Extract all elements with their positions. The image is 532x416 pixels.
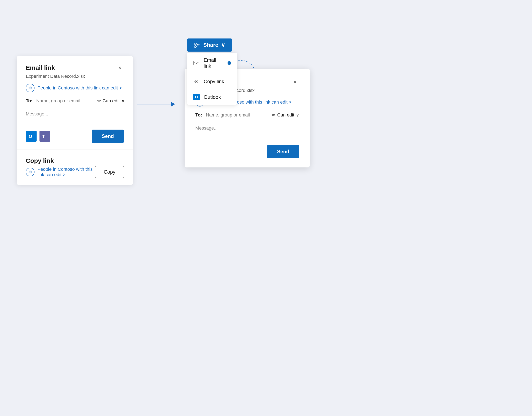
share-button[interactable]: Share ∨ bbox=[187, 39, 232, 52]
can-edit-dropdown[interactable]: ✏ Can edit ∨ bbox=[97, 98, 125, 104]
pencil-icon: ✏ bbox=[97, 98, 101, 104]
dropdown-copy-icon bbox=[193, 78, 200, 85]
can-edit-label: Can edit bbox=[103, 98, 120, 104]
flow-arrow bbox=[137, 98, 179, 110]
dropdown-email-label: Email link bbox=[204, 57, 224, 69]
arrow-line bbox=[137, 104, 175, 104]
svg-point-11 bbox=[194, 46, 196, 48]
to-input[interactable] bbox=[36, 98, 94, 104]
app-icons: O T bbox=[26, 131, 50, 142]
share-chevron-icon: ∨ bbox=[221, 42, 225, 48]
share-area: Share ∨ Email link Copy li bbox=[187, 39, 232, 52]
dropdown-item-copy[interactable]: Copy link bbox=[187, 73, 237, 90]
right-to-input[interactable] bbox=[206, 112, 268, 118]
email-link-title-row: Email link × bbox=[26, 64, 124, 72]
share-dropdown: Email link Copy link O Outlook bbox=[187, 53, 237, 105]
svg-line-12 bbox=[196, 44, 198, 45]
outlook-app-icon[interactable]: O bbox=[26, 131, 37, 142]
right-chevron-icon: ∨ bbox=[296, 112, 299, 118]
svg-text:T: T bbox=[42, 134, 45, 139]
right-pencil-icon: ✏ bbox=[272, 112, 276, 118]
outlook-icon-svg: O bbox=[28, 132, 35, 140]
copy-button[interactable]: Copy bbox=[95, 166, 124, 178]
copy-link-access-icon bbox=[26, 168, 35, 176]
left-link-info-row: People in Contoso with this link can edi… bbox=[26, 84, 124, 92]
right-to-row: To: ✏ Can edit ∨ bbox=[195, 112, 299, 121]
share-button-label: Share bbox=[203, 42, 218, 48]
copy-link-info-text[interactable]: People in Contoso with this link can edi… bbox=[38, 167, 95, 178]
right-message-area[interactable]: Message... bbox=[195, 125, 299, 139]
chevron-down-icon: ∨ bbox=[121, 98, 125, 104]
dropdown-copy-label: Copy link bbox=[204, 79, 224, 84]
right-can-edit-dropdown[interactable]: ✏ Can edit ∨ bbox=[272, 112, 299, 118]
left-close-button[interactable]: × bbox=[115, 64, 124, 72]
right-close-button[interactable]: × bbox=[291, 78, 299, 86]
share-icon bbox=[194, 43, 200, 48]
left-link-info-text[interactable]: People in Contoso with this link can edi… bbox=[38, 85, 122, 91]
dropdown-outlook-label: Outlook bbox=[204, 94, 221, 100]
message-area[interactable]: Message... bbox=[26, 111, 124, 124]
right-to-label: To: bbox=[195, 112, 202, 118]
teams-app-icon[interactable]: T bbox=[39, 131, 50, 142]
email-link-title: Email link bbox=[26, 64, 55, 71]
svg-line-13 bbox=[196, 46, 198, 46]
left-send-button[interactable]: Send bbox=[92, 129, 124, 143]
svg-point-9 bbox=[198, 44, 200, 46]
left-subtitle: Experiment Data Record.xlsx bbox=[26, 74, 124, 79]
to-row: To: ✏ Can edit ∨ bbox=[26, 98, 124, 107]
right-can-edit-label: Can edit bbox=[277, 112, 294, 118]
teams-icon-svg: T bbox=[41, 132, 49, 140]
link-access-icon bbox=[26, 84, 35, 92]
right-send-row: Send bbox=[195, 145, 299, 158]
copy-link-row: People in Contoso with this link can edi… bbox=[26, 166, 124, 178]
dropdown-outlook-icon: O bbox=[193, 94, 200, 100]
svg-text:O: O bbox=[29, 134, 32, 139]
svg-rect-14 bbox=[194, 61, 199, 65]
dropdown-email-icon bbox=[193, 59, 200, 67]
email-link-section: Email link × Experiment Data Record.xlsx… bbox=[17, 56, 133, 149]
right-send-button[interactable]: Send bbox=[267, 145, 299, 158]
blue-dot-indicator bbox=[228, 61, 231, 65]
svg-point-10 bbox=[194, 43, 196, 45]
copy-link-info-row: People in Contoso with this link can edi… bbox=[26, 167, 95, 178]
dropdown-item-outlook[interactable]: O Outlook bbox=[187, 90, 237, 105]
send-row: O T Send bbox=[26, 129, 124, 143]
dropdown-item-email[interactable]: Email link bbox=[187, 53, 237, 73]
to-label: To: bbox=[26, 98, 33, 104]
